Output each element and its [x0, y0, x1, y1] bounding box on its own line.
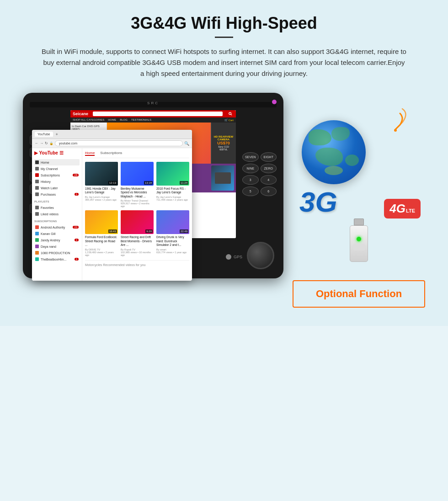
video-card-1[interactable]: 12:13 1981 Honda CBX - Jay Leno's Garage… — [85, 162, 118, 208]
nav-home[interactable]: Home — [34, 159, 80, 165]
video-title-5: Street Racing and Drift Best Moments - D… — [121, 235, 154, 247]
youtube-content: ▶ YouTube ☰ Home My Channel Subscription… — [32, 148, 192, 281]
purchases-label: Purchases — [41, 193, 56, 196]
sub-daya-nand[interactable]: Daya nand — [34, 243, 80, 250]
tab-subscriptions[interactable]: Subscriptions — [100, 151, 122, 156]
watch-later-label: Watch Later — [41, 187, 58, 190]
nav-liked-videos[interactable]: Liked videos — [34, 211, 80, 217]
video-meta-5: By Rupoli TV102,985 views • 10 months ag… — [121, 248, 154, 256]
four-button[interactable]: 4 — [261, 175, 277, 185]
video-meta-3: By Jay Leno's Garage711,455 views • 2 ye… — [156, 196, 189, 201]
subscriptions-label: Subscriptions — [41, 174, 60, 177]
nav-history[interactable]: History — [34, 178, 80, 185]
tab-home[interactable]: Home — [85, 151, 95, 156]
forward-button[interactable]: → — [40, 141, 43, 145]
youtube-sidebar: ▶ YouTube ☰ Home My Channel Subscription… — [32, 148, 82, 281]
video-card-6[interactable]: 22:49 Driving Drunk is Very Hard: Eurotr… — [156, 210, 189, 256]
video-thumb-6: 22:49 — [156, 210, 189, 234]
video-thumb-4: 16:41 — [85, 210, 118, 234]
camera-deal-title: HD REARVIEW CAMERA — [213, 135, 235, 141]
six-button[interactable]: 6 — [261, 187, 277, 196]
liked-videos-label: Liked videos — [41, 213, 59, 216]
nav-my-channel[interactable]: My Channel — [34, 165, 80, 172]
search-icon[interactable] — [227, 112, 234, 116]
purchases-badge: 1 — [75, 193, 79, 196]
car-numpad: SEVEN EIGHT NINE ZERO 3 4 5 6 — [242, 152, 277, 196]
three-g-label: 3G — [299, 188, 337, 216]
back-button[interactable]: ← — [35, 141, 38, 145]
nav-favorites[interactable]: Favorites — [34, 204, 80, 211]
video-thumb-2: 13:18 — [121, 162, 154, 186]
five-button[interactable]: 5 — [242, 187, 259, 196]
nav-shop[interactable]: SHOP ALL CATEGORIES — [73, 118, 104, 122]
duration-2: 13:18 — [144, 181, 153, 185]
title-divider — [215, 37, 233, 38]
optional-function-box: Optional Function — [293, 280, 425, 308]
nine-button[interactable]: NINE — [242, 164, 259, 173]
right-section: 3G 4G LTE — [293, 93, 425, 308]
dongle-body — [350, 225, 368, 262]
nav-testimonials[interactable]: TESTIMONIALS — [131, 118, 151, 122]
add-tab-button[interactable]: + — [56, 132, 58, 137]
refresh-button[interactable]: ↻ — [45, 141, 48, 145]
browser-controls: ← → ↻ 🔒 youtube.com 🔍 — [32, 139, 192, 148]
lte-text: LTE — [406, 208, 415, 213]
sub-kanan-gill[interactable]: Kanan Gill — [34, 230, 80, 237]
url-bar[interactable]: youtube.com — [55, 140, 183, 146]
nav-purchases[interactable]: Purchases 1 — [34, 191, 80, 197]
search-icon[interactable]: 🔍 — [184, 141, 189, 146]
four-g-badge: 4G LTE — [384, 199, 421, 219]
duration-5: 9:20 — [145, 229, 153, 233]
recommended-text: Motorcycles Recommended videos for you — [85, 263, 145, 266]
video-meta-1: By Jay Leno's Garage365,057 views • 2 ye… — [85, 196, 118, 201]
optional-function-label: Optional Function — [316, 288, 402, 299]
gps-area: GPS — [226, 254, 242, 260]
wifi-signal-graphic — [379, 107, 411, 136]
lock-icon: 🔒 — [49, 142, 53, 145]
nav-watch-later[interactable]: Watch Later — [34, 185, 80, 191]
video-card-4[interactable]: 16:41 Formula Ford EcoBoost. Street Raci… — [85, 210, 118, 256]
nav-blog[interactable]: BLOG — [120, 118, 128, 122]
video-thumb-3: 11:24 — [156, 162, 189, 186]
video-title-1: 1981 Honda CBX - Jay Leno's Garage — [85, 187, 118, 195]
youtube-browser: YouTube + ← → ↻ 🔒 youtube.com 🔍 ▶ YouTub… — [32, 130, 192, 281]
nav-subscriptions[interactable]: Subscriptions 28 — [34, 172, 80, 178]
seven-button[interactable]: SEVEN — [242, 152, 259, 162]
video-card-5[interactable]: 9:20 Street Racing and Drift Best Moment… — [121, 210, 154, 256]
duration-1: 12:13 — [108, 181, 117, 185]
site-header: Seicane — [70, 110, 236, 117]
video-title-3: 2010 Ford Focus RS - Jay Leno's Garage — [156, 187, 189, 195]
eight-button[interactable]: EIGHT — [261, 152, 277, 162]
my-channel-label: My Channel — [41, 167, 58, 171]
network-graphic: 3G 4G LTE — [297, 102, 421, 221]
gps-label: GPS — [234, 255, 242, 259]
video-card-3[interactable]: 11:24 2010 Ford Focus RS - Jay Leno's Ga… — [156, 162, 189, 208]
home-label: Home — [41, 161, 49, 164]
sub-jandy-andrey[interactable]: Jandy Andrey 1 — [34, 237, 80, 243]
main-content: SRC NAVI MUTE BAND DVD — [23, 93, 425, 308]
video-title-6: Driving Drunk is Very Hard: Eurotruck Si… — [156, 235, 189, 247]
cart-icon[interactable]: 🛒 Cart — [224, 118, 234, 122]
youtube-tab[interactable]: YouTube — [35, 132, 53, 137]
four-g-text: 4G — [389, 202, 405, 216]
favorites-label: Favorites — [41, 206, 54, 209]
nav-home[interactable]: HOME — [108, 118, 116, 122]
video-card-2[interactable]: 13:18 Bentley Mulsanne Speed vs Mercedes… — [121, 162, 154, 208]
video-meta-2: By Motor Trend Channel929,917 views • 2 … — [121, 199, 154, 208]
three-button[interactable]: 3 — [242, 175, 259, 185]
duration-6: 22:49 — [180, 229, 188, 233]
camera-price: US$70 — [217, 141, 230, 145]
sub-1080-production[interactable]: 1080 PRODUCTION — [34, 250, 80, 256]
sub-android-authority[interactable]: Android Authority 20 — [34, 224, 80, 230]
right-knob[interactable] — [247, 242, 274, 269]
recommended-label: Motorcycles Recommended videos for you — [85, 260, 189, 266]
sub-beatbox[interactable]: TheBeatboxHtm... 1 — [34, 256, 80, 262]
zero-button[interactable]: ZERO — [261, 164, 277, 173]
svg-point-2 — [394, 129, 397, 132]
youtube-main: Home Subscriptions 12:13 1981 Honda CBX … — [82, 148, 192, 281]
dongle-shape — [347, 219, 370, 264]
subscriptions-section-label: SUBSCRIPTIONS — [34, 220, 80, 223]
purple-dot — [272, 100, 277, 104]
car-unit-section: SRC NAVI MUTE BAND DVD — [23, 93, 283, 278]
usb-connector — [354, 219, 364, 225]
